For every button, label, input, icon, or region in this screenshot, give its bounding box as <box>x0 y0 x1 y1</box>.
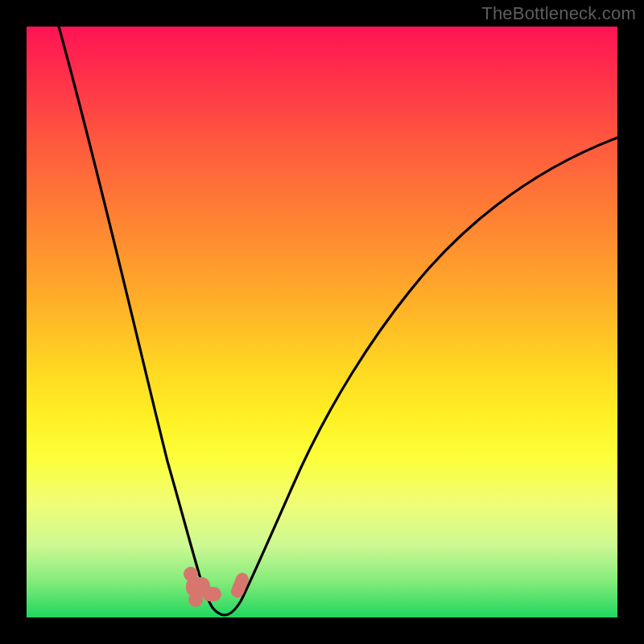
plot-area <box>27 27 617 617</box>
bottleneck-curve <box>59 27 617 615</box>
curve-layer <box>27 27 617 617</box>
watermark-text: TheBottleneck.com <box>481 3 636 24</box>
left-cluster-marker <box>184 567 221 607</box>
chart-frame: TheBottleneck.com <box>0 0 644 644</box>
svg-point-3 <box>188 592 203 607</box>
svg-rect-2 <box>202 587 221 601</box>
